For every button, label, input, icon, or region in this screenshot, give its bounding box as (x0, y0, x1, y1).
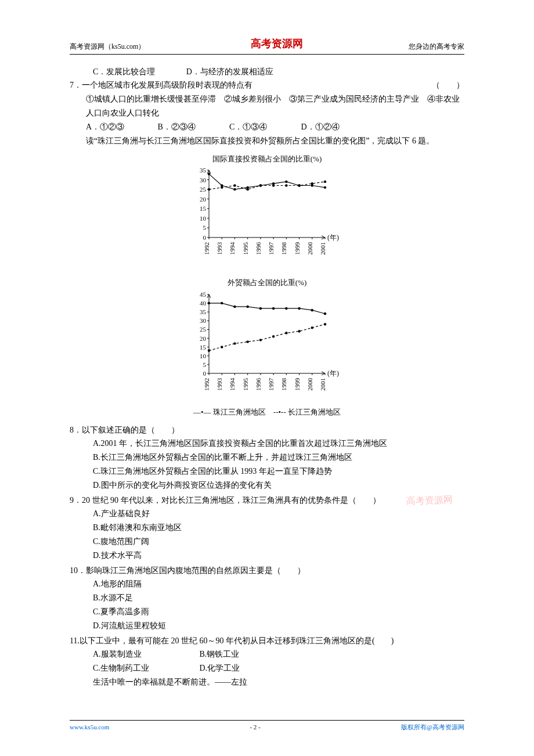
q11-a: A.服装制造业 (93, 647, 197, 661)
svg-text:1992: 1992 (203, 242, 210, 255)
svg-text:1992: 1992 (203, 378, 210, 391)
q8-d: D.图中所示的变化与外商投资区位选择的变化有关 (70, 478, 464, 492)
svg-point-52 (246, 188, 248, 190)
question-8: 8．以下叙述正确的是（ ） A.2001 年，长江三角洲地区国际直接投资额占全国… (70, 423, 464, 492)
svg-text:25: 25 (200, 326, 207, 333)
svg-text:2000: 2000 (306, 377, 313, 391)
svg-point-112 (208, 349, 210, 351)
svg-text:15: 15 (200, 206, 207, 213)
q8-c: C.珠江三角洲地区外贸额占全国的比重从 1993 年起一直呈下降趋势 (70, 465, 464, 478)
svg-text:30: 30 (200, 177, 207, 183)
legend-solid: —•— 珠江三角洲地区 (193, 408, 266, 416)
q6-options-tail: C．发展比较合理 D．与经济的发展相适应 (70, 65, 464, 79)
chart1-svg: 0510152025303519921993199419951996199719… (192, 167, 342, 265)
svg-point-55 (285, 185, 287, 187)
q10-a: A.地形的阻隔 (70, 577, 464, 591)
svg-text:1996: 1996 (255, 242, 262, 255)
svg-text:20: 20 (200, 196, 207, 203)
svg-text:1995: 1995 (242, 377, 249, 391)
q8-b: B.长江三角洲地区外贸额占全国的比重不断上升，并超过珠江三角洲地区 (70, 451, 464, 465)
q10-c: C.夏季高温多雨 (70, 605, 464, 619)
page-header: 高考资源网（ks5u.com） 高考资源网 您身边的高考专家 (70, 35, 464, 55)
svg-point-110 (311, 309, 313, 311)
svg-text:1996: 1996 (255, 377, 262, 391)
svg-point-56 (298, 185, 300, 187)
q9-d: D.技术水平高 (70, 549, 464, 563)
svg-text:10: 10 (200, 352, 207, 359)
svg-text:25: 25 (200, 186, 207, 193)
chart-2: 外贸额占全国的比重(%) 051015202530354045199219931… (192, 276, 342, 401)
q11-stem: 11.以下工业中，最有可能在 20 世纪 60～90 年代初从日本迁移到珠江三角… (70, 634, 464, 648)
question-7: 7．一个地区城市化发展到高级阶段时表现的特点有 （ ） ①城镇人口的比重增长缓慢… (70, 78, 464, 147)
svg-text:10: 10 (200, 215, 207, 222)
svg-point-119 (298, 330, 300, 332)
svg-point-111 (324, 312, 326, 315)
svg-text:15: 15 (200, 343, 207, 350)
chart-legend: —•— 珠江三角洲地区 --•-- 长江三角洲地区 (70, 406, 464, 419)
svg-point-121 (324, 323, 326, 325)
svg-point-49 (208, 188, 210, 190)
page-footer: www.ks5u.com - 2 - 版权所有@高考资源网 (70, 720, 464, 733)
svg-text:1995: 1995 (242, 242, 249, 255)
q8-a: A.2001 年，长江三角洲地区国际直接投资额占全国的比重首次超过珠江三角洲地区 (70, 437, 464, 451)
svg-text:1998: 1998 (280, 377, 287, 391)
option-c: C．发展比较合理 (93, 65, 155, 79)
header-left: 高考资源网（ks5u.com） (70, 41, 145, 52)
q11-d: D.化学工业 (200, 661, 240, 675)
svg-text:5: 5 (203, 225, 207, 232)
svg-point-107 (272, 307, 275, 309)
svg-text:1997: 1997 (268, 242, 275, 255)
footer-page-number: - 2 - (250, 722, 260, 733)
svg-point-41 (233, 188, 236, 190)
q7-c: C．①③④ (229, 120, 299, 134)
svg-text:5: 5 (203, 361, 207, 368)
svg-point-116 (259, 339, 262, 341)
q7-d: D．①②④ (301, 120, 371, 134)
chart1-title: 国际直接投资额占全国的比重(%) (192, 153, 342, 165)
svg-point-53 (259, 185, 262, 187)
option-d: D．与经济的发展相适应 (186, 65, 273, 79)
svg-text:1993: 1993 (216, 377, 223, 391)
svg-point-113 (221, 345, 223, 348)
svg-text:(年): (年) (327, 369, 339, 377)
svg-point-105 (246, 305, 248, 308)
svg-text:35: 35 (200, 308, 207, 315)
q7-lead: 读“珠江三角洲与长江三角洲地区国际直接投资和外贸额所占全国比重的变化图”，完成以… (70, 134, 464, 148)
svg-point-115 (246, 340, 248, 343)
svg-text:45: 45 (200, 291, 207, 298)
q10-b: B.水源不足 (70, 591, 464, 605)
svg-text:35: 35 (200, 167, 207, 174)
q10-stem: 10．影响珠江三角洲地区国内腹地范围的自然原因主要是（ ） (70, 564, 464, 578)
q11-c: C.生物制药工业 (93, 661, 197, 675)
svg-point-103 (221, 301, 223, 304)
svg-point-57 (311, 182, 313, 185)
svg-text:0: 0 (203, 370, 207, 377)
svg-point-114 (233, 342, 236, 344)
chart2-svg: 0510152025303540451992199319941995199619… (192, 291, 342, 401)
svg-point-39 (208, 173, 210, 175)
q10-d: D.河流航运里程较短 (70, 619, 464, 633)
svg-text:30: 30 (200, 317, 207, 324)
svg-point-106 (259, 307, 262, 309)
header-right: 您身边的高考专家 (409, 41, 464, 52)
svg-text:2001: 2001 (319, 242, 326, 255)
svg-text:20: 20 (200, 334, 207, 341)
q7-b: B．②③④ (158, 120, 228, 134)
svg-point-120 (311, 326, 313, 329)
svg-text:0: 0 (203, 234, 207, 241)
question-11: 11.以下工业中，最有可能在 20 世纪 60～90 年代初从日本迁移到珠江三角… (70, 634, 464, 689)
q11-quote: 生活中唯一的幸福就是不断前进。——左拉 (70, 675, 464, 689)
svg-text:40: 40 (200, 300, 207, 307)
svg-text:1998: 1998 (280, 242, 287, 255)
svg-text:1999: 1999 (294, 242, 301, 255)
svg-point-45 (285, 181, 287, 183)
svg-point-58 (324, 181, 326, 183)
svg-point-50 (221, 186, 223, 189)
chart-1: 国际直接投资额占全国的比重(%) 05101520253035199219931… (192, 153, 342, 265)
q7-stem: 7．一个地区城市化发展到高级阶段时表现的特点有 (70, 81, 252, 89)
svg-point-117 (272, 335, 275, 337)
svg-text:1993: 1993 (216, 242, 223, 255)
question-10: 10．影响珠江三角洲地区国内腹地范围的自然原因主要是（ ） A.地形的阻隔 B.… (70, 564, 464, 633)
svg-point-108 (285, 307, 287, 309)
q7-a: A．①②③ (86, 120, 156, 134)
